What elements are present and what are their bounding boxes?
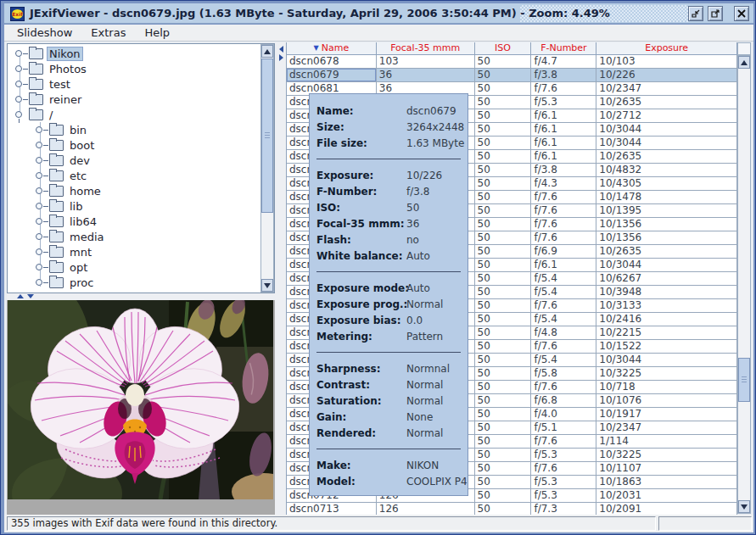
tooltip-label: Size: [316,121,406,133]
tree-item-home[interactable]: home [8,183,260,198]
tree-item-root[interactable]: / [8,107,260,122]
cell-iso: 50 [475,82,532,96]
tree-item-proc[interactable]: proc [8,275,260,290]
folder-icon [49,140,64,151]
tree-item-lib[interactable]: lib [8,198,260,214]
cell-f-number: f/5.3 [531,96,596,109]
tree-item-dev[interactable]: dev [8,153,260,168]
tooltip-divider [316,449,461,449]
cell-exposure: 10/2091 [596,503,737,515]
expand-handle-icon[interactable] [33,124,46,137]
expand-handle-icon[interactable] [13,78,25,91]
expand-handle-icon[interactable] [13,93,25,106]
cell-iso: 50 [475,367,532,381]
cell-f-number: f/5.3 [531,449,596,462]
scroll-up-button[interactable] [261,45,273,58]
cell-f-number: f/7.6 [531,204,596,218]
tree-item-bin[interactable]: bin [8,122,260,137]
cell-iso: 50 [475,381,532,394]
expand-handle-icon[interactable] [33,185,46,198]
cell-exposure: 10/4832 [596,164,737,177]
tooltip-value: 1.63 MByte [406,137,464,149]
expand-handle-icon[interactable] [33,139,46,152]
cell-exposure: 10/4305 [596,177,737,191]
tooltip-value: f/3.8 [406,186,429,198]
column-header-iso[interactable]: ISO [475,42,532,55]
folder-icon [49,170,64,181]
table-row[interactable]: dscn071312650f/7.310/2091 [287,503,737,515]
folder-icon [29,109,43,120]
cell-exposure: 10/1356 [596,218,737,231]
tree-item-Photos[interactable]: Photos [8,61,260,76]
maximize-button[interactable] [708,6,723,21]
menu-help[interactable]: Help [135,25,179,42]
tooltip-value: Normal [406,379,443,391]
expand-handle-icon[interactable] [33,215,46,228]
table-vertical-scrollbar[interactable] [737,55,751,514]
expand-handle-icon[interactable] [33,261,46,274]
tooltip-value: NIKON [406,460,439,471]
tree-item-label: dev [67,153,92,168]
tree-item-boot[interactable]: boot [8,137,260,153]
tree-item-etc[interactable]: etc [8,168,260,183]
table-header: ▼NameFocal-35 mmmISOF-NumberExposure [287,42,737,55]
scroll-down-button[interactable] [738,500,750,513]
tree-item-media[interactable]: media [8,229,260,244]
scroll-down-button[interactable] [261,279,273,292]
cell-exposure: 10/2347 [596,421,737,435]
column-header-name[interactable]: ▼Name [287,42,377,55]
menu-slideshow[interactable]: Slideshow [8,25,81,42]
window-titlebar[interactable]: Exif JExifViewer - dscn0679.jpg (1.63 MB… [4,3,753,24]
tooltip-label: Exposure prog.: [316,298,406,310]
exif-tooltip: Name:dscn0679Size:3264x2448File size:1.6… [309,93,468,496]
cell-exposure: 10/1076 [596,394,737,408]
iconify-button[interactable] [688,6,703,21]
vertical-splitter[interactable] [275,42,287,515]
collapse-up-icon[interactable] [17,294,24,298]
status-message: 355 images with Exif data were found in … [7,516,656,531]
collapse-left-icon[interactable] [279,46,283,53]
scrollbar-thumb[interactable] [738,358,750,402]
expand-handle-icon[interactable] [33,246,46,259]
menu-extras[interactable]: Extras [81,25,135,42]
tree-item-reiner[interactable]: reiner [8,92,260,107]
close-button[interactable] [734,6,749,21]
expand-handle-icon[interactable] [33,231,46,243]
tooltip-value: Auto [406,282,430,294]
tooltip-row: Exposure bias:0.0 [310,312,468,328]
tree-item-opt[interactable]: opt [8,259,260,275]
tree-item-lib64[interactable]: lib64 [8,214,260,229]
expand-handle-icon[interactable] [33,154,46,167]
tree-vertical-scrollbar[interactable] [260,44,274,293]
scroll-up-button[interactable] [738,56,750,69]
column-header-focal-35-mmm[interactable]: Focal-35 mmm [377,42,475,55]
collapse-right-icon[interactable] [279,54,283,61]
tree-item-Nikon[interactable]: Nikon [8,46,260,61]
column-header-f-number[interactable]: F-Number [531,42,596,55]
collapse-handle-icon[interactable] [13,109,25,121]
expand-handle-icon[interactable] [33,200,46,213]
expand-handle-icon[interactable] [33,276,46,289]
cell-exposure: 10/1522 [596,340,737,354]
expand-handle-icon[interactable] [33,170,46,182]
tree-item-label: opt [67,260,90,275]
image-preview-panel [7,300,275,515]
column-header-exposure[interactable]: Exposure [596,42,737,55]
expand-handle-icon[interactable] [13,47,25,60]
table-row[interactable]: dscn067810350f/4.710/103 [287,55,737,69]
tree-item-mnt[interactable]: mnt [8,244,260,259]
tooltip-row: F-Number:f/3.8 [310,183,468,199]
cell-iso: 50 [475,177,532,191]
collapse-down-icon[interactable] [27,294,34,298]
table-row[interactable]: dscn06793650f/3.810/226 [287,69,737,82]
cell-iso: 50 [475,96,532,109]
tooltip-label: ISO: [316,202,406,214]
tree-item-test[interactable]: test [8,76,260,92]
horizontal-splitter[interactable] [7,293,275,300]
app-window: Exif JExifViewer - dscn0679.jpg (1.63 MB… [0,0,756,535]
scrollbar-thumb[interactable] [261,59,273,213]
tree-item-label: bin [67,123,89,137]
expand-handle-icon[interactable] [13,63,25,75]
cell-exposure: 10/2031 [596,489,737,503]
tree-item-label: reiner [47,92,84,107]
